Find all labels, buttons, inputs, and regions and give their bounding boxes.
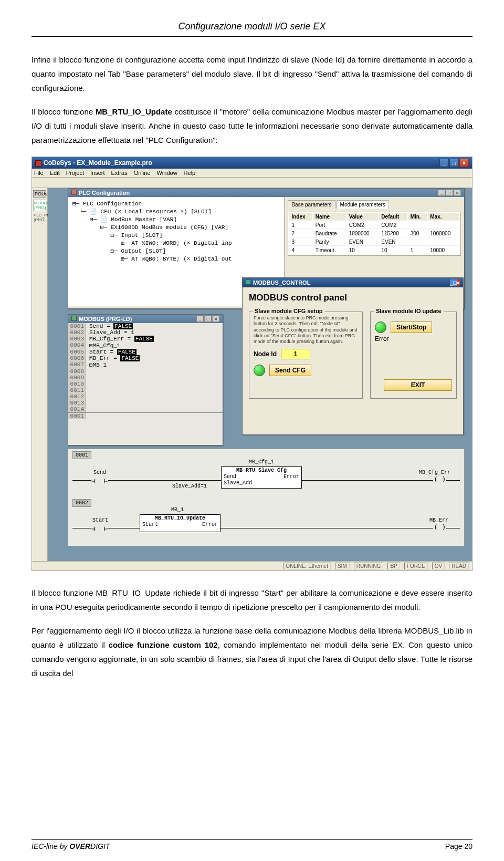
tree-row[interactable]: ⊟─ PLC Configuration [72,200,280,208]
status-read: READ [449,563,469,569]
tree-row[interactable]: ⊞─ AT %QB0: BYTE; (× Digital out [72,255,280,263]
footer-brand: IEC-line by OVERDIGIT [32,842,110,850]
plcconf-max[interactable]: □ [446,190,453,196]
status-ov: OV [432,563,445,569]
tab-base-parameters[interactable]: Base parameters [288,200,335,209]
rung2-fb-type: MB_RTU_IO_Update [141,515,219,522]
tree-row[interactable]: ⊟─ EX1608DD ModBus module (CFG) [VAR] [72,224,280,232]
rung1-send-label: Send [93,470,106,475]
module-parameters-grid: Index Name Value Default Min. Max. 1Port… [288,212,461,256]
prgld-close[interactable]: × [212,316,219,322]
maximize-button[interactable]: □ [449,159,459,167]
paragraph-1: Infine il blocco funzione di configurazi… [32,53,472,95]
cfg-led-icon [254,365,265,376]
grid-row[interactable]: 2Baudrate10000001152003001000000 [289,230,459,237]
rung2-start-label: Start [92,517,108,523]
modctl-min[interactable]: _ [450,279,453,286]
col-default: Default [379,213,407,221]
send-cfg-button[interactable]: Send CFG [269,365,311,376]
rung2-number: 0002 [72,499,91,507]
modctl-close[interactable]: × [457,279,460,286]
grid-row[interactable]: 3ParityEVENEVEN [289,238,459,246]
ide-menubar: File Edit Project Insert Extras Online W… [32,169,472,178]
menu-help[interactable]: Help [184,170,196,176]
plc-config-titlebar[interactable]: PLC Configuration _□× [68,189,464,197]
modctl-title-text: MODBUS_CONTROL [253,279,310,286]
prgld-max[interactable]: □ [204,316,212,322]
paragraph-2-fb-name: MB_RTU_IO_Update [96,107,172,116]
ide-app-icon [35,160,41,167]
codesys-screenshot: CoDeSys - EX_Module_Example.pro _ □ × Fi… [32,157,472,571]
menu-insert[interactable]: Insert [90,170,105,176]
plc-config-title-text: PLC Configuration [79,190,130,196]
ide-side-panel: POUs MODBUS (PRG) PLC_PRG (PRG) [32,188,48,561]
grid-row[interactable]: 1PortCOM2COM2 [289,222,459,229]
rung1-fb-type: MB_RTU_Slave_Cfg [223,468,300,474]
tab-module-parameters[interactable]: Module parameters [337,200,389,209]
status-online: ONLINE: Ethernet [283,563,331,569]
close-button[interactable]: × [459,159,469,167]
tree-row[interactable]: └─ 📄 CPU (× Local resources ×) [SLOT] [72,208,280,216]
col-value: Value [347,213,379,221]
rung1-contact: ⊣ ⊢ [91,477,108,485]
col-min: Min. [408,213,427,221]
status-sim: SIM [335,563,350,569]
error-label: Error [375,335,389,343]
paragraph-3: Il blocco funzione MB_RTU_IO_Update rich… [32,586,472,614]
modbus-control-window: MODBUS_CONTROL _□× MODBUS control panel … [242,277,464,435]
rung1-number: 0001 [72,451,91,459]
footer-divider [32,839,472,840]
menu-online[interactable]: Online [134,170,151,176]
start-stop-button[interactable]: Start/Stop [391,321,432,333]
prgld-min[interactable]: _ [196,316,204,322]
tree-row[interactable]: ⊞─ AT %IW0: WORD; (× Digital inp [72,240,280,247]
modctl-max[interactable]: □ [453,279,457,286]
page-footer: IEC-line by OVERDIGIT Page 20 [32,839,472,850]
exit-button[interactable]: EXIT [384,379,452,391]
rung1-fb-inst: MB_Cfg_1 [230,459,293,465]
prgld-title-text: MODBUS (PRG-LD) [79,316,132,322]
prgld-icon [71,316,77,321]
plcconf-min[interactable]: _ [438,190,445,196]
ide-toolbar [32,178,472,188]
ide-titlebar[interactable]: CoDeSys - EX_Module_Example.pro _ □ × [32,157,472,169]
header-divider [32,36,472,37]
rung1-fb-box: MB_RTU_Slave_Cfg SendError Slave_Add [221,466,302,489]
rung2-contact: ⊣ ⊢ [91,525,108,533]
minimize-button[interactable]: _ [439,159,449,167]
col-max: Max. [428,213,459,221]
rung1-coil: ( ) [434,475,446,483]
menu-edit[interactable]: Edit [50,170,60,176]
nodeid-input[interactable]: 1 [281,349,310,359]
prgld-code-area[interactable]: 0001Send = FALSE0002Slave_Add = 10003MB_… [68,323,223,443]
tree-row[interactable]: ⊟─ 📄 ModBus Master [VAR] [72,216,280,224]
rung2-fb-box: MB_RTU_IO_Update StartError [140,514,220,532]
io-update-legend: Slave module IO update [374,308,444,314]
rung-2: Start ⊣ ⊢ MB_1 MB_RTU_IO_Update StartErr… [72,510,460,543]
prgld-titlebar[interactable]: MODBUS (PRG-LD) _□× [68,315,223,323]
menu-project[interactable]: Project [66,170,84,176]
plcconf-close[interactable]: × [454,190,461,196]
ladder-diagram: 0001 Send ⊣ ⊢ MB_Cfg_1 MB_RTU_Slave_Cfg … [68,449,465,546]
tree-row[interactable]: ⊟─ Input [SLOT] [72,232,280,240]
cfg-setup-legend: Slave module CFG setup [253,308,325,314]
paragraph-2: Il blocco funzione MB_RTU_IO_Update cost… [32,105,472,147]
menu-file[interactable]: File [34,170,44,176]
menu-window[interactable]: Window [156,170,177,176]
tree-row[interactable]: ⊟─ Output [SLOT] [72,247,280,255]
col-name: Name [313,213,346,221]
side-tab-pous[interactable]: POUs [33,190,46,198]
cfg-setup-hint: Force a single slave into PRG mode press… [254,315,358,345]
ide-title-text: CoDeSys - EX_Module_Example.pro [44,159,152,167]
rung-1: Send ⊣ ⊢ MB_Cfg_1 MB_RTU_Slave_Cfg SendE… [72,462,460,495]
io-led-icon [375,321,386,333]
side-item-modbus[interactable]: MODBUS (PRG) [33,200,46,211]
modbus-prgld-window: MODBUS (PRG-LD) _□× 0001Send = FALSE0002… [68,314,223,445]
col-index: Index [289,213,312,221]
grid-row[interactable]: 4Timeout1010110000 [289,247,459,254]
modctl-heading: MODBUS control panel [249,293,457,303]
menu-extras[interactable]: Extras [111,170,127,176]
side-item-plcprg[interactable]: PLC_PRG (PRG) [33,212,46,223]
rung2-fb-inst: MB_1 [146,507,209,513]
modctl-titlebar[interactable]: MODBUS_CONTROL _□× [243,278,463,287]
